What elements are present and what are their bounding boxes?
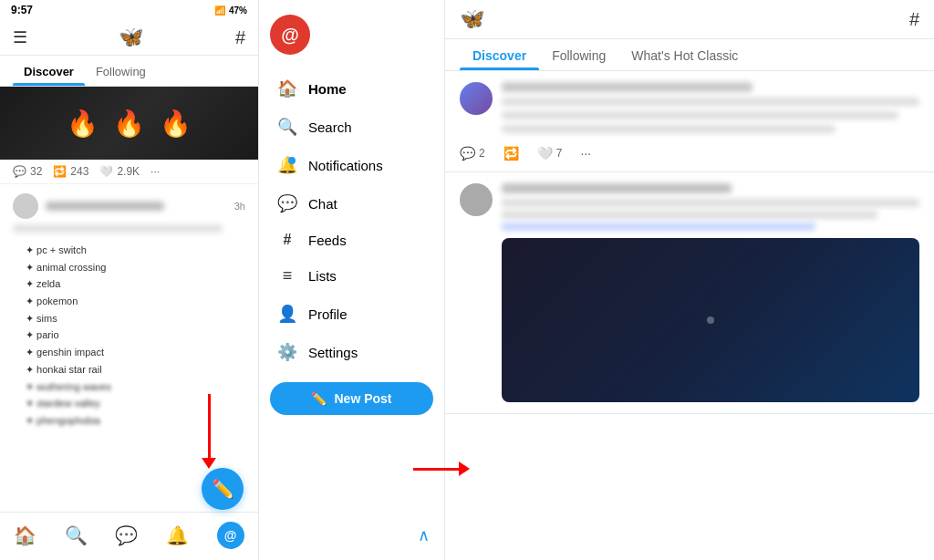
comment-stat[interactable]: 💬 32 [13,165,42,178]
flame-icon-2: 🔥 [113,109,145,139]
tab-discover-right[interactable]: Discover [460,39,539,70]
video-dot [707,316,714,324]
list-item: ✦ zelda [26,275,233,293]
drawer-feeds-label: Feeds [308,233,347,248]
flame-icon-3: 🔥 [160,109,192,139]
comment-icon-1: 💬 [460,146,475,161]
new-post-label: New Post [334,391,391,406]
more-stat[interactable]: ··· [150,165,160,178]
post-2-text-2 [502,211,877,219]
list-item: ✦ honkai star rail [26,361,233,379]
bottom-nav-bar: 🏠 🔍 💬 🔔 @ [0,512,258,560]
post-2-text-1 [502,199,919,207]
drawer-item-settings[interactable]: ⚙️ Settings [270,333,433,371]
more-icon: ··· [150,165,160,178]
like-stat[interactable]: 🤍 2.9K [99,165,140,178]
status-icons: 📶 47% [214,5,247,16]
search-icon-drawer: 🔍 [277,117,297,137]
right-top-bar: 🦋 # [445,0,934,39]
tab-whats-hot[interactable]: What's Hot Classic [618,39,751,70]
notification-dot [288,157,296,164]
drawer-item-search[interactable]: 🔍 Search [270,108,433,146]
user-post: 3h ✦ pc + switch ✦ animal crossing ✦ zel… [0,184,258,442]
post-2-video[interactable] [502,238,919,402]
drawer-notifications-label: Notifications [308,158,383,173]
post-1-comment-count: 2 [479,147,485,160]
post-1-retweet-btn[interactable]: 🔁 [503,146,519,161]
bottom-home-icon[interactable]: 🏠 [14,524,36,546]
user-info: 3h [46,201,245,212]
profile-icon-drawer: 👤 [277,304,297,324]
more-icon-1: ··· [580,146,591,161]
drawer-item-lists[interactable]: ≡ Lists [270,257,433,295]
post-1-avatar [460,82,493,115]
hashtag-icon-right[interactable]: # [909,9,919,30]
post-card-1-header [460,82,919,139]
red-arrow-down [202,394,216,469]
post-1-text-3 [502,125,835,133]
list-item: ✦ pc + switch [26,242,233,259]
home-icon-drawer: 🏠 [277,78,297,99]
bottom-search-icon[interactable]: 🔍 [65,524,88,546]
drawer-search-label: Search [308,119,352,135]
tab-following-right[interactable]: Following [539,39,618,70]
following-tab-label: Following [552,48,606,63]
new-post-button[interactable]: ✏️ New Post [270,382,433,415]
left-content-area: 🔥 🔥 🔥 💬 32 🔁 243 🤍 2.9K ··· [0,87,258,512]
hashtag-icon-left[interactable]: # [235,27,245,48]
post-1-actions: 💬 2 🔁 🤍 7 ··· [460,146,919,161]
drawer-avatar[interactable]: @ [270,15,310,55]
new-post-icon: ✏️ [311,391,327,406]
right-panel: 🦋 # Discover Following What's Hot Classi… [445,0,934,560]
post-card-1: 💬 2 🔁 🤍 7 ··· [445,71,934,172]
post-text-blur-1 [13,224,223,233]
notifications-icon-drawer: 🔔 [277,155,297,175]
post-1-comment-btn[interactable]: 💬 2 [460,146,485,161]
tab-discover-left[interactable]: Discover [13,56,85,86]
bottom-at-button[interactable]: @ [217,522,244,549]
compose-fab-icon: ✏️ [212,478,234,500]
comment-icon: 💬 [13,165,26,178]
chat-icon-drawer: 💬 [277,193,297,213]
lists-icon-drawer: ≡ [277,266,297,285]
retweet-icon-1: 🔁 [503,146,519,161]
bottom-chat-icon[interactable]: 💬 [115,524,138,546]
drawer-item-chat[interactable]: 💬 Chat [270,184,433,223]
drawer-chat-label: Chat [308,196,337,212]
hamburger-icon[interactable]: ☰ [13,27,27,47]
left-tabs: Discover Following [0,56,258,87]
user-post-header: 3h [13,193,245,219]
retweet-stat[interactable]: 🔁 243 [53,165,88,178]
heart-icon-1: 🤍 [537,146,553,161]
drawer-lists-label: Lists [308,268,337,284]
post-1-content [502,82,919,139]
bottom-notif-icon[interactable]: 🔔 [166,524,189,546]
right-content-area: 💬 2 🔁 🤍 7 ··· [445,71,934,560]
drawer-item-profile[interactable]: 👤 Profile [270,295,433,333]
avatar [13,193,38,219]
like-count: 2.9K [117,165,140,178]
signal-icon: 📶 [214,5,225,16]
settings-icon-drawer: ⚙️ [277,342,297,362]
post-1-more-btn[interactable]: ··· [580,146,591,161]
post-time: 3h [234,201,245,212]
compose-fab-button[interactable]: ✏️ [202,468,244,510]
post-1-text-1 [502,98,919,106]
post-2-content [502,183,919,402]
drawer-item-notifications[interactable]: 🔔 Notifications [270,146,433,184]
right-tabs-row: Discover Following What's Hot Classic [445,39,934,71]
post-1-like-btn[interactable]: 🤍 7 [537,146,563,161]
post-1-text-2 [502,111,898,119]
drawer-panel: @ 🏠 Home 🔍 Search 🔔 Notifications 💬 Chat… [259,0,445,560]
battery-text: 47% [229,5,247,16]
list-item: ✦ wuthering waves [26,379,233,396]
tab-following-left[interactable]: Following [85,56,157,86]
retweet-icon: 🔁 [53,165,67,178]
flame-icon-1: 🔥 [67,109,99,139]
butterfly-logo-left: 🦋 [119,26,143,49]
drawer-item-feeds[interactable]: # Feeds [270,223,433,257]
drawer-profile-label: Profile [308,306,348,322]
drawer-scroll-up[interactable]: ∧ [418,525,430,545]
red-arrow-from-fab [413,461,470,476]
drawer-item-home[interactable]: 🏠 Home [270,69,433,108]
